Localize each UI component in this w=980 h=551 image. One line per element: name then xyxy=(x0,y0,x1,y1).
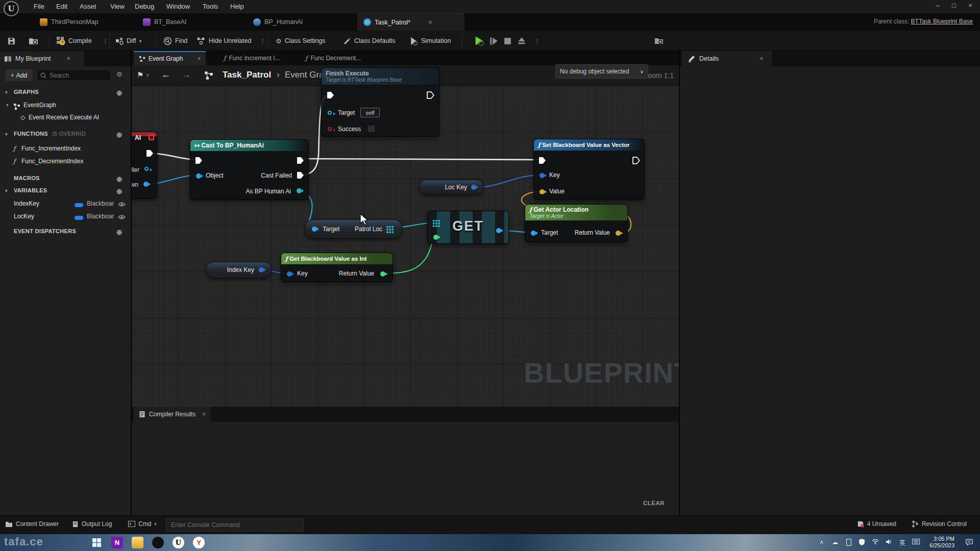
save-button[interactable] xyxy=(7,35,16,47)
sidebar-item-func-decrement[interactable]: ƒ Func_DecrementIndex xyxy=(0,158,132,169)
functions-section-header[interactable]: ▾ FUNCTIONS (5 OVERRID ⊕ xyxy=(0,131,132,142)
taskbar-app-explorer[interactable] xyxy=(132,537,143,548)
hide-unrelated-button[interactable]: Hide Unrelated xyxy=(197,35,251,47)
play-button[interactable] xyxy=(474,35,485,47)
menu-tools[interactable]: Tools xyxy=(203,3,218,10)
pin-index-key-out[interactable] xyxy=(259,267,264,272)
step-frame-button[interactable] xyxy=(489,35,499,47)
node-finish-execute[interactable]: Finish Execute Target is BTTask Blueprin… xyxy=(321,67,439,137)
pin-key[interactable] xyxy=(287,271,292,277)
variable-row-indexkey[interactable]: IndexKey Blackboar xyxy=(0,200,132,211)
tab-event-graph[interactable]: Event Graph × xyxy=(134,51,206,65)
node-patrol-loc[interactable]: Target Patrol Loc xyxy=(305,219,402,239)
tab-thirdpersonmap[interactable]: ThirdPersonMap xyxy=(34,13,104,31)
exec-in-pin[interactable] xyxy=(327,91,334,99)
debug-object-dropdown[interactable]: No debug object selected ∨ xyxy=(555,64,648,79)
pin-target[interactable] xyxy=(328,111,332,115)
pin-controlled-pawn[interactable] xyxy=(143,182,149,187)
tab-close-icon[interactable]: × xyxy=(202,411,206,418)
taskbar-app-onenote[interactable]: N xyxy=(111,537,123,548)
tab-close-icon[interactable]: × xyxy=(197,55,201,62)
menu-view[interactable]: View xyxy=(110,3,125,10)
pin-target[interactable] xyxy=(531,231,536,236)
pin-owner-controller[interactable] xyxy=(144,167,149,171)
exec-castfailed-pin[interactable] xyxy=(297,171,304,179)
compiler-results-tab[interactable]: Compiler Results × xyxy=(134,407,211,422)
browse-asset-button[interactable] xyxy=(29,35,38,47)
debug-browse-button[interactable] xyxy=(654,35,664,47)
add-button[interactable]: + Add xyxy=(5,69,33,81)
find-button[interactable]: Find xyxy=(163,35,187,47)
self-input-field[interactable]: self xyxy=(360,108,380,117)
event-dispatchers-section-header[interactable]: EVENT DISPATCHERS ⊕ xyxy=(0,228,132,239)
eye-icon[interactable] xyxy=(118,214,126,220)
start-button[interactable] xyxy=(91,537,103,548)
revision-control-button[interactable]: Revision Control xyxy=(912,520,967,528)
node-index-key[interactable]: Index Key xyxy=(206,262,272,279)
console-command-input[interactable] xyxy=(166,518,304,532)
exec-out-pin[interactable] xyxy=(632,157,640,164)
menu-edit[interactable]: Edit xyxy=(56,3,67,10)
tray-touch-keyboard-icon[interactable] xyxy=(912,539,920,544)
menu-asset[interactable]: Asset xyxy=(80,3,96,10)
filter-gear-icon[interactable]: ⚙ xyxy=(116,70,122,78)
details-tab[interactable]: Details × xyxy=(682,51,772,66)
taskbar-app-github[interactable] xyxy=(152,537,164,548)
node-get-blackboard-value-as-int[interactable]: ƒ Get Blackboard Value as Int Key Return… xyxy=(281,253,393,282)
add-variable-icon[interactable]: ⊕ xyxy=(116,187,122,195)
eject-button[interactable] xyxy=(517,35,526,47)
unreal-logo-icon[interactable]: U xyxy=(4,1,19,16)
class-defaults-button[interactable]: Class Defaults xyxy=(343,35,396,47)
play-options-icon[interactable]: ⋮ xyxy=(534,35,541,47)
add-function-icon[interactable]: ⊕ xyxy=(116,131,122,139)
add-macro-icon[interactable]: ⊕ xyxy=(116,175,122,183)
node-event-receive-execute-ai[interactable]: AI ller wn xyxy=(132,132,157,199)
tray-phone-icon[interactable] xyxy=(846,539,851,546)
diff-button[interactable]: Diff ▾ xyxy=(115,35,142,47)
menu-file[interactable]: File xyxy=(34,3,44,10)
tab-close-icon[interactable]: × xyxy=(428,19,432,26)
simulation-button[interactable]: Simulation xyxy=(409,35,451,47)
my-blueprint-tab[interactable]: My Blueprint × xyxy=(0,51,84,66)
exec-in-pin[interactable] xyxy=(195,157,203,164)
sidebar-search[interactable] xyxy=(37,69,111,81)
pin-index-in[interactable] xyxy=(433,235,438,240)
exec-out-pin[interactable] xyxy=(427,91,434,99)
tab-func-increment[interactable]: ƒ Func Increment I... xyxy=(218,51,285,65)
exec-out-pin[interactable] xyxy=(297,157,304,164)
taskbar-app-unreal[interactable]: U xyxy=(173,537,184,548)
stop-button[interactable] xyxy=(503,35,512,47)
success-checkbox[interactable] xyxy=(368,125,375,133)
tray-volume-icon[interactable] xyxy=(886,539,892,545)
parent-class-link[interactable]: BTTask Blueprint Base xyxy=(911,18,973,25)
tab-bp-humanai[interactable]: BP_HumanAi xyxy=(247,13,309,31)
menu-help[interactable]: Help xyxy=(230,3,244,10)
tab-task-patrol[interactable]: Task_Patrol* × xyxy=(357,13,464,31)
compile-options-icon[interactable]: ⋮ xyxy=(102,35,109,47)
node-set-blackboard-value-as-vector[interactable]: ƒ Set Blackboard Value as Vector Key Val… xyxy=(533,139,645,200)
sidebar-item-eventgraph[interactable]: ▾ EventGraph xyxy=(0,102,132,113)
compile-button[interactable]: ? Compile xyxy=(56,35,92,47)
pin-return-value[interactable] xyxy=(380,271,385,277)
sidebar-item-func-increment[interactable]: ƒ Func_IncrementIndex xyxy=(0,145,132,156)
pin-value[interactable] xyxy=(540,189,545,194)
pin-loc-key-out[interactable] xyxy=(471,185,476,190)
output-log-button[interactable]: Output Log xyxy=(72,520,112,528)
add-dispatcher-icon[interactable]: ⊕ xyxy=(116,228,122,236)
pin-key[interactable] xyxy=(540,173,545,178)
node-loc-key[interactable]: Loc Key xyxy=(419,180,484,195)
tray-ime-indicator[interactable]: 英 xyxy=(899,539,905,547)
array-pin-icon[interactable] xyxy=(386,226,394,233)
class-settings-button[interactable]: ⚙ Class Settings xyxy=(276,35,326,47)
menu-window[interactable]: Window xyxy=(166,3,190,10)
tray-expand-icon[interactable]: ∧ xyxy=(819,539,824,546)
pin-return-value[interactable] xyxy=(616,231,621,236)
panel-close-icon[interactable]: × xyxy=(760,55,763,62)
maximize-button[interactable]: □ xyxy=(947,2,961,9)
tray-notifications-icon[interactable] xyxy=(966,539,973,545)
node-array-get[interactable]: GET xyxy=(427,211,509,244)
menu-debug[interactable]: Debug xyxy=(135,3,154,10)
unsaved-indicator[interactable]: 4 Unsaved xyxy=(857,520,896,528)
array-in-pin-icon[interactable] xyxy=(433,220,440,227)
clear-button[interactable]: CLEAR xyxy=(643,500,665,506)
